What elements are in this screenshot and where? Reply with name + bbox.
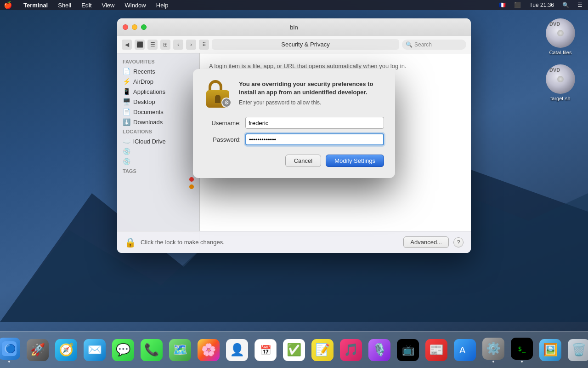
sidebar-item-disk2[interactable]: 💿: [117, 156, 199, 167]
modify-settings-button[interactable]: Modify Settings: [326, 155, 384, 167]
share-button[interactable]: ⠿: [199, 40, 209, 50]
password-input[interactable]: [245, 133, 384, 145]
sidebar-label-desktop: Desktop: [133, 98, 155, 105]
app-name[interactable]: Terminal: [22, 1, 50, 10]
sidebar-label-downloads: Downloads: [133, 119, 163, 126]
auth-subtext: Enter your password to allow this.: [239, 99, 384, 106]
username-input[interactable]: [245, 117, 384, 129]
dock-item-maps[interactable]: 🗺️: [167, 337, 193, 363]
svg-text:🔵: 🔵: [6, 344, 16, 354]
dock-item-news[interactable]: 📰: [424, 337, 449, 363]
back-nav[interactable]: ‹: [173, 40, 183, 50]
sidebar-label-applications: Applications: [133, 88, 165, 95]
tag-red-dot: [189, 177, 194, 182]
advanced-button[interactable]: Advanced...: [403, 236, 449, 248]
dock-item-tv[interactable]: 📺: [395, 337, 421, 363]
maximize-button[interactable]: [141, 24, 147, 30]
dock-item-launchpad[interactable]: 🚀: [25, 337, 51, 363]
sidebar-item-airdrop[interactable]: ⚡AirDrop: [117, 76, 199, 86]
sidebar-item-tag-red[interactable]: [117, 176, 199, 183]
dock-item-finder[interactable]: 🔵: [0, 337, 22, 363]
applications-icon: 📱: [123, 88, 130, 95]
sidebar-item-applications[interactable]: 📱Applications: [117, 86, 199, 97]
notes-icon: 📝: [311, 339, 334, 361]
dock-item-trash[interactable]: 🗑️: [566, 337, 588, 363]
tag-orange-dot: [189, 184, 194, 189]
dock-item-terminal[interactable]: $_: [509, 337, 535, 363]
terminal-dot: [521, 361, 523, 362]
sidebar-item-tag-orange[interactable]: [117, 183, 199, 190]
login-item-description: A login item is a file, app, or URL that…: [209, 63, 462, 69]
view-toggle-1[interactable]: ⬛: [135, 40, 145, 50]
desktop-icon-target-sh[interactable]: DVD target-sh: [542, 64, 579, 101]
sidebar-item-downloads[interactable]: ⬇️Downloads: [117, 117, 199, 127]
auth-buttons: Cancel Modify Settings: [204, 155, 384, 167]
terminal-icon: $_: [511, 338, 533, 360]
search-icon-small: 🔍: [406, 41, 413, 48]
sidebar-item-recents[interactable]: 📄Recents: [117, 66, 199, 76]
dock-item-preview[interactable]: 🖼️: [537, 337, 563, 363]
window-title: bin: [290, 24, 298, 31]
username-row: Username:: [204, 117, 384, 129]
sidebar-label-documents: Documents: [133, 109, 164, 115]
desktop: 🍎 Terminal Shell Edit View Window Help 🇫…: [0, 0, 588, 368]
view-toggle-3[interactable]: ⊞: [160, 40, 170, 50]
dock-item-safari[interactable]: 🧭: [53, 337, 79, 363]
recents-icon: 📄: [123, 68, 130, 75]
sidebar-item-documents[interactable]: 📄Documents: [117, 107, 199, 117]
search-bar[interactable]: 🔍 Search: [402, 40, 466, 50]
back-button[interactable]: ◀: [122, 40, 132, 50]
auth-dialog-header: ⚙ You are overriding your security prefe…: [204, 80, 384, 108]
view-toggle-2[interactable]: ☰: [147, 40, 158, 50]
menu-edit[interactable]: Edit: [79, 1, 93, 10]
disk1-icon: 💿: [123, 148, 130, 155]
desktop-icon-catal-files[interactable]: DVD Catal-files: [542, 18, 579, 55]
active-tab[interactable]: Security & Privacy: [212, 39, 399, 50]
sidebar-label-airdrop: AirDrop: [133, 78, 153, 85]
sidebar: Favourites 📄Recents ⚡AirDrop 📱Applicatio…: [117, 53, 200, 253]
dock-item-messages[interactable]: 💬: [110, 337, 136, 363]
dock-item-appstore[interactable]: A: [452, 337, 478, 363]
menu-window[interactable]: Window: [123, 1, 148, 10]
forward-nav[interactable]: ›: [186, 40, 196, 50]
control-center-icon[interactable]: ☰: [576, 1, 584, 9]
dock-item-sysprefs[interactable]: ⚙️: [481, 337, 506, 363]
dock-item-music[interactable]: 🎵: [338, 337, 364, 363]
dock-item-photos[interactable]: 🌸: [196, 337, 221, 363]
menu-shell[interactable]: Shell: [56, 1, 73, 10]
finder-dot: [8, 361, 10, 362]
desktop-icon-sidebar: 🖥️: [123, 98, 130, 105]
cancel-button[interactable]: Cancel: [285, 155, 321, 167]
menubar: 🍎 Terminal Shell Edit View Window Help 🇫…: [0, 0, 588, 10]
help-button[interactable]: ?: [453, 237, 464, 247]
menu-view[interactable]: View: [100, 1, 117, 10]
dock-item-contacts[interactable]: 👤: [224, 337, 250, 363]
desktop-icon-target-sh-label: target-sh: [550, 96, 570, 101]
trash-icon: 🗑️: [568, 339, 588, 361]
documents-icon: 📄: [123, 108, 130, 115]
sidebar-item-desktop[interactable]: 🖥️Desktop: [117, 97, 199, 107]
lock-shackle: [209, 80, 222, 91]
minimize-button[interactable]: [132, 24, 137, 30]
display-icon: ⬛: [512, 1, 523, 9]
menu-help[interactable]: Help: [154, 1, 170, 10]
sidebar-section-tags: Tags: [117, 167, 199, 176]
search-placeholder: Search: [414, 41, 432, 48]
dock-item-reminders[interactable]: ✅: [281, 337, 307, 363]
close-button[interactable]: [123, 24, 128, 30]
airdrop-icon: ⚡: [123, 78, 130, 85]
dock-item-podcasts[interactable]: 🎙️: [367, 337, 392, 363]
search-icon[interactable]: 🔍: [560, 1, 571, 9]
apple-menu[interactable]: 🍎: [4, 1, 12, 9]
sidebar-section-favourites: Favourites: [117, 57, 199, 66]
messages-icon: 💬: [112, 339, 134, 361]
dock-item-calendar[interactable]: 📅: [253, 337, 278, 363]
maps-icon: 🗺️: [169, 339, 191, 361]
dock-item-notes[interactable]: 📝: [310, 337, 335, 363]
sidebar-item-icloud[interactable]: ☁️iCloud Drive: [117, 136, 199, 146]
sidebar-item-disk1[interactable]: 💿: [117, 146, 199, 156]
dock-item-facetime[interactable]: 📞: [139, 337, 164, 363]
clock: Tue 21:36: [527, 1, 556, 9]
dock-item-mail[interactable]: ✉️: [82, 337, 107, 363]
tv-icon: 📺: [397, 339, 419, 361]
